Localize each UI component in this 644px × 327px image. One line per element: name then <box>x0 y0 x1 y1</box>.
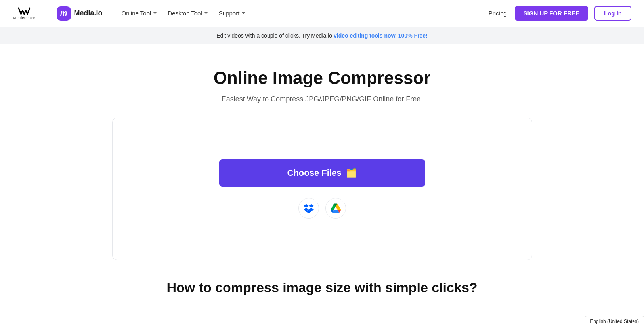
navbar-right: Pricing SIGN UP FOR FREE Log In <box>487 6 631 21</box>
language-badge[interactable]: English (United States) <box>585 316 644 319</box>
nav-support[interactable]: Support <box>214 7 250 20</box>
banner-link[interactable]: video editing tools now. 100% Free! <box>334 32 428 39</box>
how-to-title: How to compress image size with simple c… <box>16 280 628 295</box>
nav-online-tool[interactable]: Online Tool <box>117 7 162 20</box>
main-content: Online Image Compressor Easiest Way to C… <box>0 44 644 319</box>
nav-desktop-tool[interactable]: Desktop Tool <box>163 7 212 20</box>
wondershare-label: wondershare <box>13 16 36 20</box>
chevron-down-icon <box>242 12 245 14</box>
brand-link[interactable]: wondershare m Media.io <box>13 6 103 21</box>
media-io-name: Media.io <box>74 9 103 17</box>
folder-icon: 🗂️ <box>346 168 357 178</box>
page-title: Online Image Compressor <box>214 68 431 88</box>
chevron-down-icon <box>204 12 208 14</box>
media-io-icon: m <box>57 6 71 21</box>
media-io-logo: m Media.io <box>57 6 103 21</box>
how-to-section: How to compress image size with simple c… <box>8 260 636 303</box>
dropbox-icon <box>304 203 314 213</box>
google-drive-icon <box>331 203 341 213</box>
google-drive-button[interactable] <box>325 198 346 219</box>
login-button[interactable]: Log In <box>594 6 631 21</box>
nav-links: Online Tool Desktop Tool Support <box>117 7 487 20</box>
promo-banner: Edit videos with a couple of clicks. Try… <box>0 27 644 44</box>
chevron-down-icon <box>153 12 157 14</box>
nav-divider <box>46 7 46 20</box>
signup-button[interactable]: SIGN UP FOR FREE <box>515 6 588 21</box>
choose-files-button[interactable]: Choose Files 🗂️ <box>219 159 425 187</box>
pricing-link[interactable]: Pricing <box>487 7 508 20</box>
upload-box: Choose Files 🗂️ <box>112 118 532 260</box>
wondershare-logo: wondershare <box>13 7 36 20</box>
navbar: wondershare m Media.io Online Tool Deskt… <box>0 0 644 27</box>
dropbox-button[interactable] <box>298 198 319 219</box>
page-subtitle: Easiest Way to Compress JPG/JPEG/PNG/GIF… <box>222 95 422 103</box>
cloud-icons <box>298 198 346 219</box>
wondershare-icon <box>18 7 31 15</box>
